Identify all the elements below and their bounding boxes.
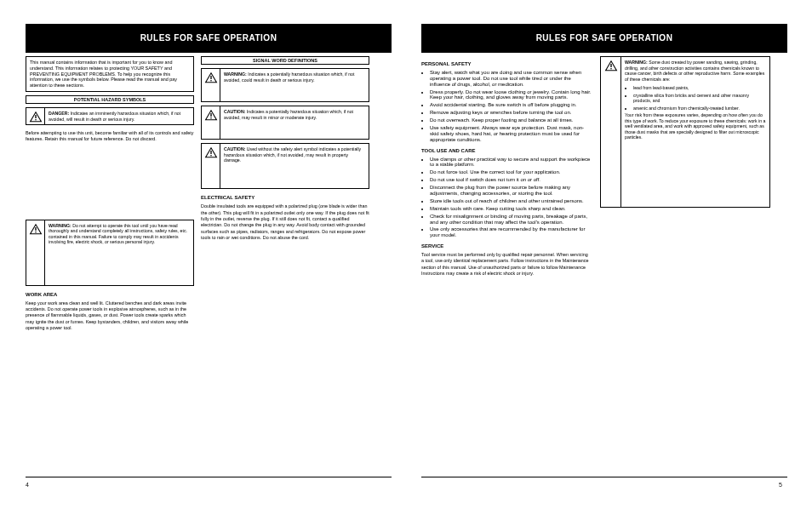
service-text: Tool service must be performed only by q… (421, 252, 592, 277)
list-item: Dress properly. Do not wear loose clothi… (430, 89, 592, 101)
alert-icon (202, 106, 220, 139)
footer-rule-left (26, 477, 392, 477)
list-item: Do not force tool. Use the correct tool … (430, 169, 592, 175)
list-item: Use only accessories that are recommende… (430, 226, 592, 238)
workarea-text: Keep your work area clean and well lit. … (26, 300, 194, 331)
alert-icon (601, 57, 621, 207)
page-number-left: 4 (26, 482, 29, 489)
page-right: RULES FOR SAFE OPERATION PERSONAL SAFETY… (421, 24, 787, 280)
left-flow-c: ELECTRICAL SAFETY Double insulated tools… (201, 194, 369, 241)
footer-rule-right (421, 477, 787, 477)
page-number-right: 5 (779, 482, 782, 489)
heading-personal: PERSONAL SAFETY (421, 61, 592, 67)
list-item: lead from lead-based paints, (633, 85, 766, 91)
alert-icon (202, 144, 220, 188)
hazard-banner: POTENTIAL HAZARD SYMBOLS (26, 95, 194, 104)
heading-tooluse: TOOL USE AND CARE (421, 148, 592, 154)
prop65-warning: WARNING: Some dust created by power sand… (600, 56, 770, 208)
list-item: Stay alert, watch what you are doing and… (430, 70, 592, 88)
list-item: Do not use tool if switch does not turn … (430, 177, 592, 183)
heading-workarea: WORK AREA (26, 291, 194, 298)
left-flow-a: Before attempting to use this unit, beco… (26, 130, 194, 143)
tool-use-list: Use clamps or other practical way to sec… (421, 157, 592, 239)
big-warning-left: WARNING: Do not attempt to operate this … (26, 220, 194, 286)
intro-box: This manual contains information that is… (26, 56, 194, 92)
left-col-a: This manual contains information that is… (26, 56, 194, 334)
list-item: Use safety equipment. Always wear eye pr… (430, 125, 592, 143)
intro-paragraph: Before attempting to use this unit, beco… (26, 130, 194, 143)
right-col-text: PERSONAL SAFETY Stay alert, watch what y… (421, 56, 592, 280)
danger-box: DANGER: Indicates an imminently hazardou… (26, 107, 194, 125)
left-flow-b: WORK AREA Keep your work area clean and … (26, 291, 194, 332)
personal-safety-list: Stay alert, watch what you are doing and… (421, 70, 592, 143)
section-title-right: RULES FOR SAFE OPERATION (421, 24, 787, 53)
caution-box-1: CAUTION: Indicates a potentially hazardo… (201, 106, 369, 140)
signal-banner: SIGNAL WORD DEFINITIONS (201, 56, 369, 65)
alert-icon (202, 69, 220, 101)
alert-icon (26, 220, 45, 285)
list-item: crystalline silica from bricks and cemen… (633, 93, 766, 104)
list-item: Disconnect the plug from the power sourc… (430, 185, 592, 197)
prop65-text: WARNING: Some dust created by power sand… (621, 57, 769, 207)
list-item: Store idle tools out of reach of childre… (430, 198, 592, 204)
list-item: Remove adjusting keys or wrenches before… (430, 110, 592, 116)
big-warning-text: WARNING: Do not attempt to operate this … (45, 220, 193, 285)
heading-service: SERVICE (421, 243, 592, 249)
list-item: Maintain tools with care. Keep cutting t… (430, 206, 592, 212)
list-item: Do not overreach. Keep proper footing an… (430, 117, 592, 123)
electrical-text: Double insulated tools are equipped with… (201, 203, 369, 241)
warning-box-1: WARNING: Indicates a potentially hazardo… (201, 68, 369, 102)
alert-icon (26, 108, 45, 124)
page-left: RULES FOR SAFE OPERATION This manual con… (26, 24, 392, 334)
list-item: Check for misalignment or binding of mov… (430, 214, 592, 226)
danger-text: DANGER: Indicates an imminently hazardou… (45, 108, 193, 124)
section-title-left: RULES FOR SAFE OPERATION (26, 24, 392, 53)
heading-electrical: ELECTRICAL SAFETY (201, 194, 369, 201)
list-item: Use clamps or other practical way to sec… (430, 157, 592, 169)
left-col-b: SIGNAL WORD DEFINITIONS WARNING: Indicat… (201, 56, 369, 334)
list-item: arsenic and chromium from chemically-tre… (633, 106, 766, 111)
right-side-panel: WARNING: Some dust created by power sand… (600, 56, 770, 280)
list-item: Avoid accidental starting. Be sure switc… (430, 102, 592, 108)
caution-box-2: CAUTION: Used without the safety alert s… (201, 143, 369, 189)
two-column-area: This manual contains information that is… (26, 56, 392, 334)
